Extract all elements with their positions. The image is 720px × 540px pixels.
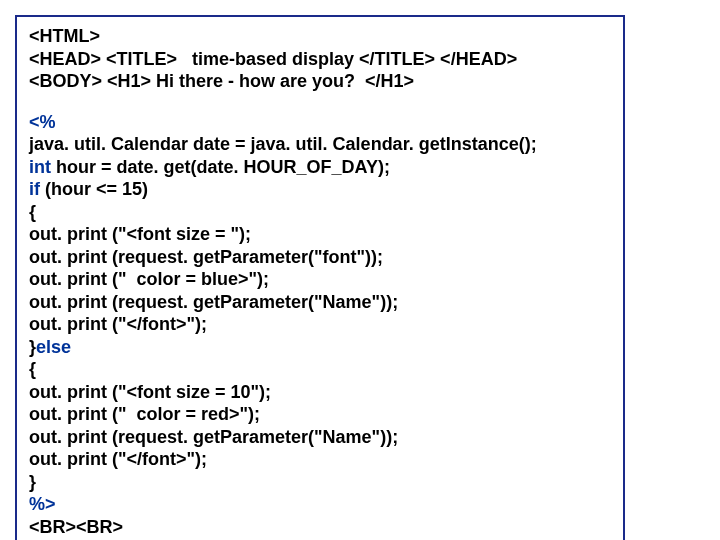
code-text: }	[29, 337, 36, 357]
code-line: {	[29, 358, 611, 381]
code-line: }else	[29, 336, 611, 359]
code-line: out. print (request. getParameter("Name"…	[29, 426, 611, 449]
code-line: <HTML>	[29, 25, 611, 48]
keyword-int: int	[29, 157, 51, 177]
code-line: out. print (" color = red>");	[29, 403, 611, 426]
code-text: (hour <= 15)	[40, 179, 148, 199]
blank-line	[29, 93, 611, 111]
code-line: out. print (request. getParameter("font"…	[29, 246, 611, 269]
code-line: int hour = date. get(date. HOUR_OF_DAY);	[29, 156, 611, 179]
code-listing: <HTML> <HEAD> <TITLE> time-based display…	[15, 15, 625, 540]
code-line: <BODY> <H1> Hi there - how are you? </H1…	[29, 70, 611, 93]
code-line: <BR><BR>	[29, 516, 611, 539]
keyword-if: if	[29, 179, 40, 199]
code-line: out. print ("</font>");	[29, 448, 611, 471]
scriptlet-open: <%	[29, 112, 56, 132]
code-line: if (hour <= 15)	[29, 178, 611, 201]
code-line: %>	[29, 493, 611, 516]
code-line: <HEAD> <TITLE> time-based display </TITL…	[29, 48, 611, 71]
code-line: {	[29, 201, 611, 224]
code-line: out. print (" color = blue>");	[29, 268, 611, 291]
code-line: }	[29, 471, 611, 494]
code-line: out. print ("<font size = ");	[29, 223, 611, 246]
scriptlet-close: %>	[29, 494, 56, 514]
code-text: hour = date. get(date. HOUR_OF_DAY);	[51, 157, 390, 177]
code-line: <%	[29, 111, 611, 134]
code-line: out. print ("</font>");	[29, 313, 611, 336]
code-line: out. print ("<font size = 10");	[29, 381, 611, 404]
code-line: java. util. Calendar date = java. util. …	[29, 133, 611, 156]
keyword-else: else	[36, 337, 71, 357]
code-line: out. print (request. getParameter("Name"…	[29, 291, 611, 314]
